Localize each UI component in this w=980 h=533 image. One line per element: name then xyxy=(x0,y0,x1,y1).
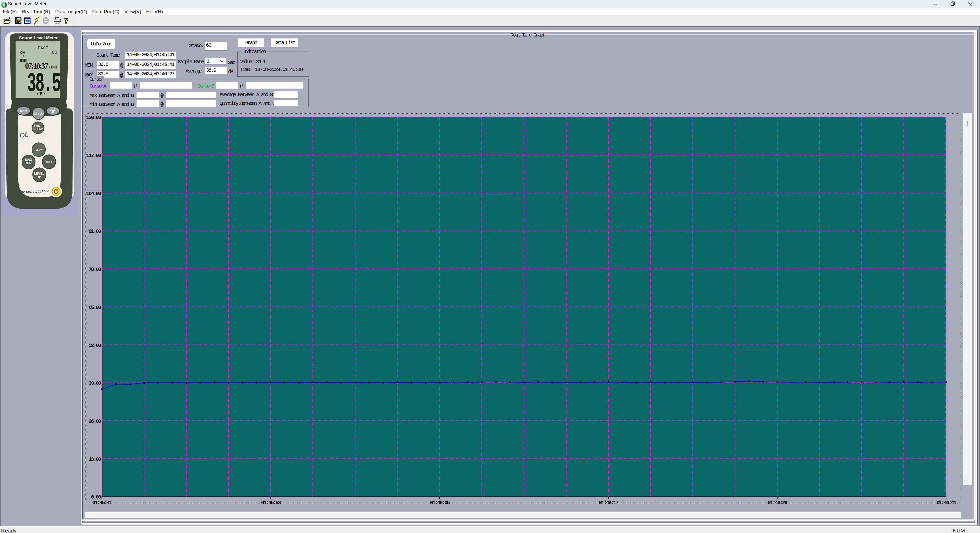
svg-text:01:45:53: 01:45:53 xyxy=(261,500,281,506)
svg-text:SLOW: SLOW xyxy=(33,127,43,131)
svg-text:01:45:41: 01:45:41 xyxy=(92,500,112,506)
svg-text:117.00: 117.00 xyxy=(86,153,101,159)
svg-text:FAST: FAST xyxy=(34,124,42,127)
svg-text:MAX: MAX xyxy=(25,158,32,162)
svg-text:80: 80 xyxy=(52,50,57,55)
svg-text:104.00: 104.00 xyxy=(86,191,101,197)
svg-text:dBA: dBA xyxy=(37,91,46,96)
svg-text:65.00: 65.00 xyxy=(89,304,101,310)
svg-text:MIN: MIN xyxy=(26,162,32,165)
svg-text:13.00: 13.00 xyxy=(89,457,101,462)
svg-text:26.00: 26.00 xyxy=(89,418,101,424)
svg-text:?: ? xyxy=(64,16,68,25)
svg-text:01:46:41: 01:46:41 xyxy=(936,500,956,506)
svg-text:0.00: 0.00 xyxy=(91,494,101,500)
svg-text:Sound Level Meter: Sound Level Meter xyxy=(19,35,58,40)
svg-text:01:46:29: 01:46:29 xyxy=(768,500,788,506)
svg-text:91.00: 91.00 xyxy=(89,229,101,234)
svg-text:C€: C€ xyxy=(19,131,28,139)
svg-text:HOLD: HOLD xyxy=(45,160,53,164)
svg-text:52.00: 52.00 xyxy=(89,342,101,348)
svg-text:01:46:17: 01:46:17 xyxy=(599,500,619,506)
svg-text:78.00: 78.00 xyxy=(89,267,101,272)
svg-text:130.00: 130.00 xyxy=(86,115,101,121)
svg-text:FAST: FAST xyxy=(38,46,48,51)
svg-text:01:46:05: 01:46:05 xyxy=(430,500,450,506)
svg-text:39.00: 39.00 xyxy=(89,380,101,386)
svg-text:A/C: A/C xyxy=(36,148,42,152)
svg-text:SETUP: SETUP xyxy=(33,112,44,116)
svg-text:30: 30 xyxy=(19,50,25,56)
svg-text:LEVEL: LEVEL xyxy=(34,172,45,175)
svg-text:REC: REC xyxy=(20,109,27,113)
